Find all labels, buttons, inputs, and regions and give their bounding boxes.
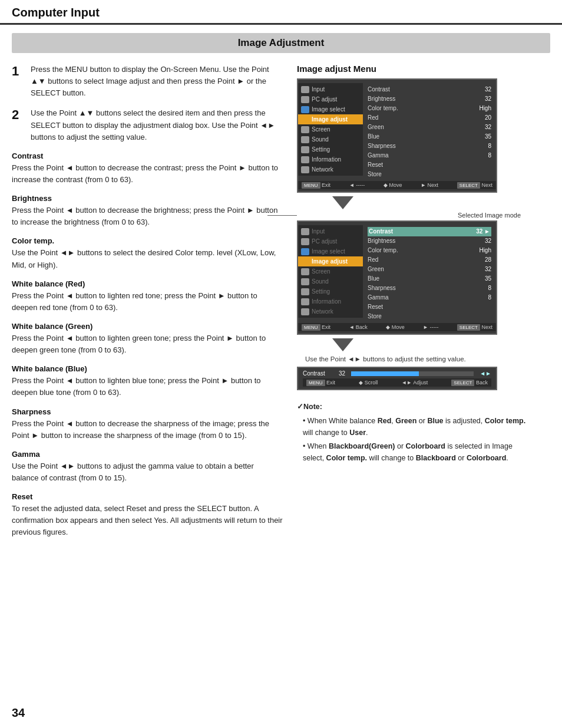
sidebar-item-pcadjust-2: PC adjust	[298, 236, 363, 246]
step-1-text: Press the MENU button to display the On-…	[31, 64, 283, 99]
pc-icon	[301, 96, 309, 103]
sidebar-item-sound-2: Sound	[298, 276, 363, 286]
text-brightness: Press the Point ◄ button to decrease the…	[12, 205, 283, 228]
input-icon	[301, 86, 309, 93]
network-icon	[301, 166, 309, 173]
heading-contrast: Contrast	[12, 151, 283, 160]
contrast-bar-value: 32	[339, 370, 345, 377]
selected-mode-line	[267, 215, 297, 216]
row-blue: Blue35	[368, 132, 491, 141]
screen-icon-2	[301, 268, 309, 275]
sidebar-item-setting: Setting	[298, 144, 363, 154]
sidebar-item-network-2: Network	[298, 307, 363, 317]
row-reset-2: Reset	[368, 302, 491, 312]
row-brightness-2: Brightness32	[368, 236, 491, 246]
main-content: Image Adjustment 1 Press the MENU button…	[0, 25, 562, 551]
row-contrast: Contrast32	[368, 85, 491, 94]
heading-reset: Reset	[12, 492, 283, 501]
imgadj-icon	[301, 116, 309, 123]
contrast-bar-arrow: ◄►	[480, 370, 491, 377]
text-reset: To reset the adjusted data, select Reset…	[12, 503, 283, 538]
note-section: ✓Note: • When White balance Red, Green o…	[297, 401, 527, 464]
right-column: Image adjust Menu Input PC adjust Image …	[297, 64, 527, 539]
row-blue-2: Blue35	[368, 274, 491, 284]
section-title-bar: Image Adjustment	[12, 33, 550, 53]
row-reset: Reset	[368, 160, 491, 170]
page-number: 34	[12, 706, 25, 720]
setting-icon	[301, 146, 309, 153]
img-icon	[301, 106, 309, 113]
imgadj-icon-2	[301, 258, 309, 265]
text-gamma: Use the Point ◄► buttons to adjust the g…	[12, 460, 283, 484]
contrast-bar-screen: Contrast 32 ◄► MENU Exit ◆ Scroll ◄► Adj…	[297, 367, 497, 390]
setting-icon-2	[301, 288, 309, 295]
menu-content-1: Contrast32 Brightness32 Color temp.High …	[363, 83, 496, 181]
sidebar-item-imageadjust-2: Image adjust	[298, 256, 363, 266]
info-icon	[301, 156, 309, 163]
sidebar-item-imageadjust: Image adjust	[298, 114, 363, 124]
note-bullet-1: • When White balance Red, Green or Blue …	[297, 415, 527, 439]
text-contrast: Press the Point ◄ button to decrease the…	[12, 162, 283, 186]
sidebar-item-pcadjust: PC adjust	[298, 94, 363, 104]
contrast-bar-row: Contrast 32 ◄►	[303, 370, 491, 377]
text-wb-blue: Press the Point ◄ button to lighten blue…	[12, 375, 283, 398]
two-col-layout: 1 Press the MENU button to display the O…	[12, 64, 550, 539]
heading-wb-red: White balance (Red)	[12, 279, 283, 288]
note-bullet-2: • When Blackboard(Green) or Colorboard i…	[297, 440, 527, 464]
heading-wb-blue: White balance (Blue)	[12, 364, 283, 373]
row-sharpness: Sharpness8	[368, 141, 491, 151]
side-note: Use the Point ◄► buttons to adjust the s…	[305, 354, 527, 364]
heading-sharpness: Sharpness	[12, 407, 283, 416]
text-colortemp: Use the Point ◄► buttons to select the d…	[12, 247, 283, 271]
contrast-bar-label: Contrast	[303, 370, 335, 377]
step-2: 2 Use the Point ▲▼ buttons select the de…	[12, 107, 283, 143]
sidebar-item-input: Input	[298, 84, 363, 94]
sidebar-item-network: Network	[298, 164, 363, 174]
arrow-down-icon-2	[332, 338, 353, 351]
row-brightness: Brightness32	[368, 94, 491, 104]
step-1-number: 1	[12, 64, 25, 99]
sidebar-item-imageselect: Image select	[298, 104, 363, 114]
note-title: ✓Note:	[297, 401, 527, 413]
menu-screen-1: Input PC adjust Image select Image adjus…	[297, 78, 497, 193]
menu-content-2: Contrast32 ► Brightness32 Color temp.Hig…	[363, 225, 496, 323]
row-colortemp: Color temp.High	[368, 104, 491, 113]
menu-btn-exit: MENU	[302, 182, 320, 189]
row-green-2: Green32	[368, 265, 491, 274]
row-contrast-2: Contrast32 ►	[368, 227, 491, 236]
menu-sidebar-2: Input PC adjust Image select Image adjus…	[298, 225, 363, 318]
sidebar-item-information-2: Information	[298, 297, 363, 307]
img-icon-2	[301, 248, 309, 255]
selected-mode-label: Selected Image mode	[297, 212, 521, 219]
menu-btn-select-2: SELECT	[457, 324, 480, 331]
step-2-number: 2	[12, 107, 25, 143]
sidebar-item-sound: Sound	[298, 134, 363, 144]
contrast-footer: MENU Exit ◆ Scroll ◄► Adjust SELECT Back	[303, 378, 491, 387]
text-wb-green: Press the Point ◄ button to lighten gree…	[12, 332, 283, 356]
menu-footer-1: MENU Exit ◄ ----- ◆ Move ► Next SELECT N…	[298, 181, 496, 189]
menu-sidebar-1: Input PC adjust Image select Image adjus…	[298, 83, 363, 176]
heading-gamma: Gamma	[12, 450, 283, 459]
menu-btn-select: SELECT	[457, 182, 480, 189]
contrast-bar-bg	[351, 371, 474, 376]
sidebar-item-information: Information	[298, 154, 363, 164]
screen-icon	[301, 126, 309, 133]
network-icon-2	[301, 308, 309, 315]
selected-mode-container: Selected Image mode	[297, 212, 527, 219]
heading-colortemp: Color temp.	[12, 236, 283, 245]
row-gamma: Gamma8	[368, 151, 491, 160]
text-sharpness: Press the Point ◄ button to decrease the…	[12, 418, 283, 442]
row-red: Red20	[368, 113, 491, 123]
step-2-text: Use the Point ▲▼ buttons select the desi…	[31, 107, 283, 143]
input-icon-2	[301, 228, 309, 235]
sidebar-item-screen-2: Screen	[298, 266, 363, 276]
heading-brightness: Brightness	[12, 194, 283, 203]
contrast-exit-btn: MENU	[306, 380, 325, 386]
row-store: Store	[368, 170, 491, 179]
left-column: 1 Press the MENU button to display the O…	[12, 64, 283, 539]
sidebar-item-setting-2: Setting	[298, 286, 363, 297]
sidebar-item-screen: Screen	[298, 124, 363, 134]
sound-icon-2	[301, 278, 309, 285]
row-green: Green32	[368, 123, 491, 132]
page-header: Computer Input	[0, 0, 562, 25]
